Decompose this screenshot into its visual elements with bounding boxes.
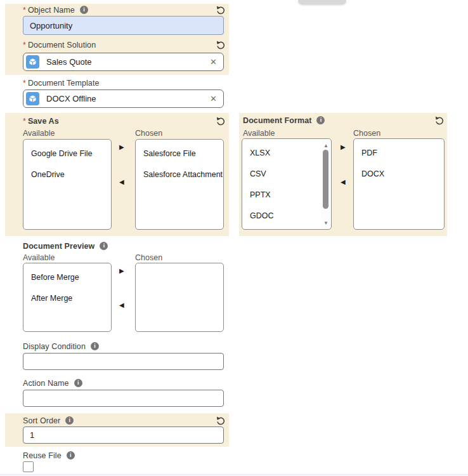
list-item[interactable]: Salesforce Attachment	[136, 164, 223, 185]
list-item[interactable]: XLSX	[242, 143, 331, 164]
document-template-value: DOCX Offline	[46, 94, 210, 103]
document-solution-value: Sales Quote	[46, 57, 210, 67]
document-solution-label: * Document Solution	[23, 40, 96, 50]
document-preview-label: Document Preview i	[23, 241, 108, 251]
move-right-icon[interactable]: ▶	[118, 143, 126, 152]
list-item[interactable]: CSV	[242, 164, 331, 185]
info-icon[interactable]: i	[91, 342, 99, 350]
undo-icon[interactable]	[216, 116, 226, 126]
undo-icon[interactable]	[216, 415, 226, 425]
sort-order-input[interactable]	[23, 426, 224, 444]
action-name-label: Action Name i	[23, 378, 82, 388]
scrollbar-thumb[interactable]	[323, 150, 328, 209]
document-format-chosen-listbox: PDF DOCX	[353, 138, 445, 230]
list-item[interactable]: Salesforce File	[136, 143, 223, 164]
list-item[interactable]: OneDrive	[23, 164, 111, 185]
document-format-available-listbox: XLSX CSV PPTX GDOC ▲ ▼	[242, 138, 332, 230]
document-preview-chosen-listbox	[135, 263, 224, 332]
reuse-file-checkbox[interactable]	[23, 461, 34, 472]
object-name-input[interactable]	[23, 16, 224, 35]
document-solution-combobox[interactable]: Sales Quote ✕	[23, 53, 224, 71]
move-left-icon[interactable]: ◀	[339, 178, 347, 187]
save-as-label: * Save As	[23, 116, 59, 126]
info-icon[interactable]: i	[80, 6, 88, 14]
info-icon[interactable]: i	[74, 379, 82, 387]
clear-icon[interactable]: ✕	[210, 95, 217, 103]
move-left-icon[interactable]: ◀	[118, 301, 126, 310]
document-preview-chosen-label: Chosen	[135, 253, 162, 262]
info-icon[interactable]: i	[67, 451, 75, 459]
info-icon[interactable]: i	[316, 116, 325, 124]
object-cube-icon	[26, 55, 39, 69]
document-preview-available-label: Available	[23, 253, 55, 262]
save-as-chosen-listbox: Salesforce File Salesforce Attachment	[135, 139, 224, 230]
required-marker: *	[23, 117, 26, 126]
list-item[interactable]: Google Drive File	[23, 143, 111, 164]
info-icon[interactable]: i	[100, 242, 108, 250]
partial-top-button[interactable]	[298, 0, 346, 4]
move-right-icon[interactable]: ▶	[118, 267, 126, 275]
list-item[interactable]: DOCX	[354, 164, 444, 185]
scroll-down-icon[interactable]: ▼	[322, 218, 330, 227]
scroll-up-icon[interactable]: ▲	[322, 141, 330, 150]
clear-icon[interactable]: ✕	[210, 58, 217, 66]
undo-icon[interactable]	[434, 115, 445, 125]
list-item[interactable]: PDF	[354, 143, 444, 164]
list-item[interactable]: After Merge	[23, 288, 111, 309]
save-as-available-listbox: Google Drive File OneDrive	[23, 139, 112, 230]
info-icon[interactable]: i	[65, 416, 74, 425]
save-as-available-label: Available	[23, 129, 55, 138]
undo-icon[interactable]	[216, 39, 226, 50]
document-preview-available-listbox: Before Merge After Merge	[23, 263, 112, 332]
sort-order-label: Sort Order i	[23, 416, 74, 425]
required-marker: *	[23, 6, 26, 15]
save-as-chosen-label: Chosen	[135, 129, 162, 138]
document-template-label: * Document Template	[23, 78, 100, 88]
object-cube-icon	[26, 92, 39, 105]
required-marker: *	[23, 41, 26, 50]
required-marker: *	[23, 79, 26, 88]
action-name-input[interactable]	[23, 390, 224, 407]
reuse-file-label: Reuse File i	[23, 451, 75, 460]
list-item[interactable]: PPTX	[242, 185, 331, 206]
document-template-combobox[interactable]: DOCX Offline ✕	[23, 89, 224, 108]
document-format-available-label: Available	[243, 129, 275, 138]
list-item[interactable]: Before Merge	[23, 267, 111, 288]
move-right-icon[interactable]: ▶	[339, 143, 347, 152]
object-name-label: * Object Name i	[23, 5, 88, 15]
move-left-icon[interactable]: ◀	[118, 178, 126, 187]
document-format-chosen-label: Chosen	[353, 129, 380, 138]
display-condition-input[interactable]	[23, 353, 224, 370]
list-item[interactable]: GDOC	[242, 206, 331, 227]
undo-icon[interactable]	[216, 4, 226, 15]
document-format-label: Document Format i	[243, 116, 325, 125]
display-condition-label: Display Condition i	[23, 341, 99, 351]
scrollbar[interactable]: ▲ ▼	[322, 140, 330, 228]
